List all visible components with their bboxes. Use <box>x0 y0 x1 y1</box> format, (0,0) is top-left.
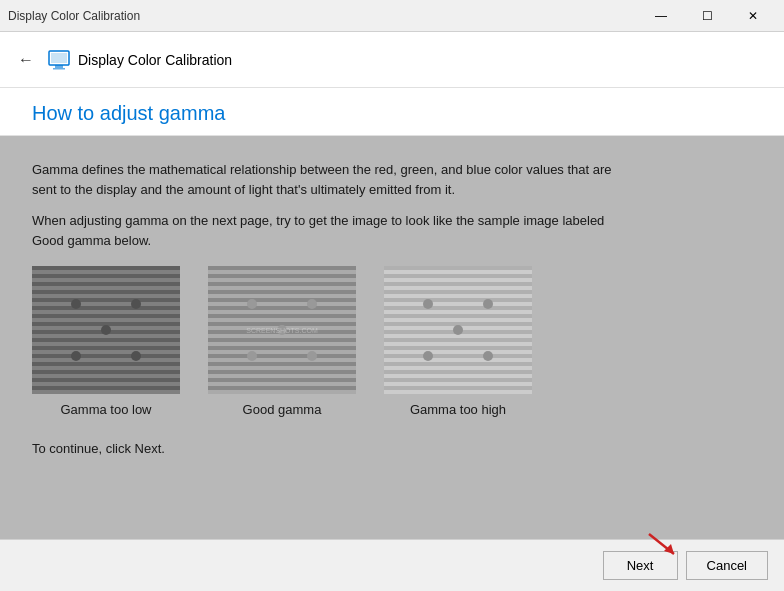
svg-rect-7 <box>32 282 180 286</box>
svg-rect-62 <box>384 362 532 366</box>
footer: Next Cancel <box>0 539 784 591</box>
svg-point-25 <box>131 351 141 361</box>
svg-rect-55 <box>384 306 532 310</box>
svg-rect-64 <box>384 378 532 382</box>
svg-point-22 <box>131 299 141 309</box>
gamma-low-item: Gamma too low <box>32 266 180 417</box>
gamma-row: Gamma too low <box>32 266 752 417</box>
cancel-button[interactable]: Cancel <box>686 551 768 580</box>
back-icon: ← <box>18 51 34 69</box>
svg-rect-36 <box>208 338 356 342</box>
svg-point-46 <box>247 351 257 361</box>
svg-rect-11 <box>32 314 180 318</box>
svg-rect-2 <box>53 68 65 70</box>
svg-point-43 <box>247 299 257 309</box>
svg-rect-38 <box>208 354 356 358</box>
gamma-good-item: SCREENSHOTS.COM Good gamma <box>208 266 356 417</box>
back-button[interactable]: ← <box>12 46 40 74</box>
svg-point-24 <box>71 351 81 361</box>
svg-rect-20 <box>32 386 180 390</box>
svg-point-69 <box>423 351 433 361</box>
svg-rect-65 <box>384 386 532 390</box>
page-title: How to adjust gamma <box>32 102 752 125</box>
svg-rect-14 <box>32 338 180 342</box>
svg-rect-50 <box>384 266 532 270</box>
svg-rect-37 <box>208 346 356 350</box>
svg-rect-63 <box>384 370 532 374</box>
svg-point-70 <box>483 351 493 361</box>
svg-rect-61 <box>384 354 532 358</box>
svg-rect-18 <box>32 370 180 374</box>
title-bar-controls: — ☐ ✕ <box>638 0 776 32</box>
continue-text: To continue, click Next. <box>32 441 752 456</box>
page-heading-section: How to adjust gamma <box>0 88 784 136</box>
para2: When adjusting gamma on the next page, t… <box>32 211 612 250</box>
svg-rect-5 <box>32 266 180 270</box>
svg-rect-51 <box>384 274 532 278</box>
svg-rect-15 <box>32 346 180 350</box>
close-button[interactable]: ✕ <box>730 0 776 32</box>
svg-point-21 <box>71 299 81 309</box>
svg-rect-27 <box>208 266 356 270</box>
svg-point-67 <box>483 299 493 309</box>
description: Gamma defines the mathematical relations… <box>32 160 612 250</box>
maximize-button[interactable]: ☐ <box>684 0 730 32</box>
svg-rect-6 <box>32 274 180 278</box>
svg-point-23 <box>101 325 111 335</box>
svg-rect-3 <box>51 53 67 63</box>
svg-rect-29 <box>208 282 356 286</box>
minimize-button[interactable]: — <box>638 0 684 32</box>
svg-rect-1 <box>55 65 63 68</box>
svg-rect-53 <box>384 290 532 294</box>
svg-rect-42 <box>208 386 356 390</box>
svg-rect-39 <box>208 362 356 366</box>
svg-point-68 <box>453 325 463 335</box>
svg-rect-31 <box>208 298 356 302</box>
gamma-low-label: Gamma too low <box>60 402 151 417</box>
arrow-indicator <box>644 529 684 563</box>
title-bar-title: Display Color Calibration <box>8 9 140 23</box>
svg-rect-30 <box>208 290 356 294</box>
svg-rect-40 <box>208 370 356 374</box>
svg-rect-10 <box>32 306 180 310</box>
svg-rect-19 <box>32 378 180 382</box>
svg-rect-17 <box>32 362 180 366</box>
svg-rect-8 <box>32 290 180 294</box>
svg-point-66 <box>423 299 433 309</box>
svg-marker-72 <box>664 544 674 554</box>
gamma-low-image <box>32 266 180 394</box>
para1: Gamma defines the mathematical relations… <box>32 160 612 199</box>
title-bar: Display Color Calibration — ☐ ✕ <box>0 0 784 32</box>
svg-rect-60 <box>384 346 532 350</box>
svg-rect-9 <box>32 298 180 302</box>
title-bar-left: Display Color Calibration <box>8 9 140 23</box>
svg-rect-16 <box>32 354 180 358</box>
gamma-high-item: Gamma too high <box>384 266 532 417</box>
svg-point-47 <box>307 351 317 361</box>
gamma-high-image <box>384 266 532 394</box>
svg-rect-28 <box>208 274 356 278</box>
app-title: Display Color Calibration <box>78 52 232 68</box>
svg-rect-32 <box>208 306 356 310</box>
gamma-good-image: SCREENSHOTS.COM <box>208 266 356 394</box>
svg-rect-33 <box>208 314 356 318</box>
svg-point-44 <box>307 299 317 309</box>
svg-rect-41 <box>208 378 356 382</box>
svg-rect-56 <box>384 314 532 318</box>
gamma-good-label: Good gamma <box>243 402 322 417</box>
svg-rect-59 <box>384 338 532 342</box>
svg-rect-54 <box>384 298 532 302</box>
app-header: ← Display Color Calibration <box>0 32 784 88</box>
main-content: Gamma defines the mathematical relations… <box>0 136 784 539</box>
svg-text:SCREENSHOTS.COM: SCREENSHOTS.COM <box>246 327 318 334</box>
svg-rect-52 <box>384 282 532 286</box>
gamma-high-label: Gamma too high <box>410 402 506 417</box>
app-icon <box>48 49 70 71</box>
